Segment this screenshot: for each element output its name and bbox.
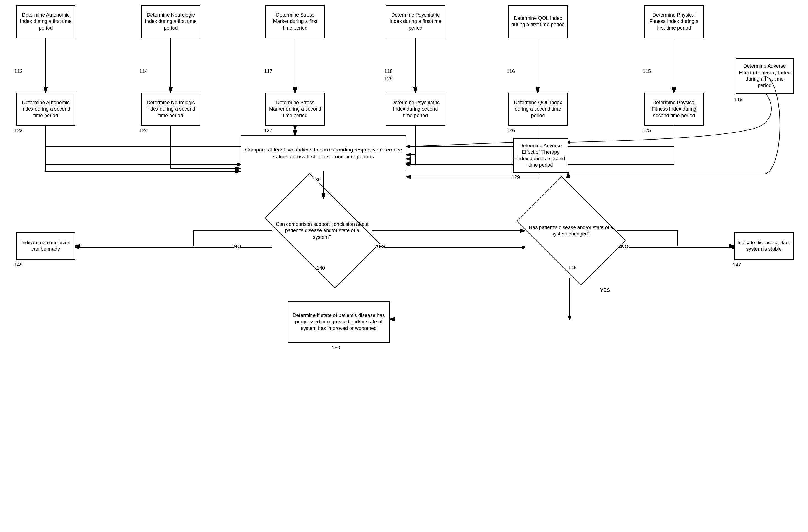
stress-first-box: Determine Stress Marker during a first t… [265,5,325,38]
label-145: 145 [14,262,23,268]
has-changed-text: Has patient's disease and/or state of a … [526,222,617,240]
has-changed-diamond: Has patient's disease and/or state of a … [526,199,617,263]
label-122: 122 [14,128,23,133]
label-127: 127 [264,128,272,133]
no-label-1: NO [234,244,241,250]
stable-box: Indicate disease and/ or system is stabl… [734,232,794,260]
fitness-second-box: Determine Physical Fitness Index during … [644,93,704,126]
adverse-first-box: Determine Adverse Effect of Therapy Inde… [736,58,794,94]
label-114: 114 [140,69,148,74]
label-129: 129 [512,175,520,180]
label-112: 112 [14,69,23,74]
label-130: 130 [312,177,321,183]
label-146: 146 [568,265,576,270]
stress-second-box: Determine Stress Marker during a second … [265,93,325,126]
no-label-2: NO [621,244,628,250]
qol-first-box: Determine QOL Index during a first time … [508,5,568,38]
label-126: 126 [507,128,515,133]
label-115: 115 [643,69,651,74]
autonomic-first-box: Determine Autonomic Index during a first… [16,5,75,38]
label-118: 118 [384,69,393,74]
adverse-second-box: Determine Adverse Effect of Therapy Inde… [513,138,568,173]
label-124: 124 [140,128,148,133]
fitness-first-box: Determine Physical Fitness Index during … [644,5,704,38]
progress-box: Determine if state of patient's disease … [288,301,390,343]
neurologic-first-box: Determine Neurologic Index during a firs… [141,5,201,38]
main-arrows [0,0,808,532]
autonomic-second-box: Determine Autonomic Index during a secon… [16,93,75,126]
qol-second-box: Determine QOL Index during a second time… [508,93,568,126]
label-125: 125 [643,128,651,133]
compare-box: Compare at least two indices to correspo… [241,135,406,171]
label-119: 119 [734,97,742,102]
psychiatric-second-box: Determine Psychiatric Index during secon… [386,93,445,126]
can-support-diamond: Can comparison support conclusion about … [272,199,372,263]
yes-label-1: YES [375,244,385,250]
can-support-text: Can comparison support conclusion about … [272,218,372,243]
label-117: 117 [264,69,272,74]
neurologic-second-box: Determine Neurologic Index during a seco… [141,93,201,126]
yes-label-2: YES [600,287,610,293]
label-147: 147 [733,262,741,268]
label-116: 116 [507,69,515,74]
svg-line-11 [407,142,513,147]
no-conclusion-box: Indicate no conclusion can be made [16,232,75,260]
psychiatric-first-box: Determine Psychiatric Index during a fir… [386,5,445,38]
arrows-layer [0,0,808,532]
label-128: 128 [384,76,393,82]
label-150: 150 [332,345,340,351]
label-140: 140 [317,265,325,271]
